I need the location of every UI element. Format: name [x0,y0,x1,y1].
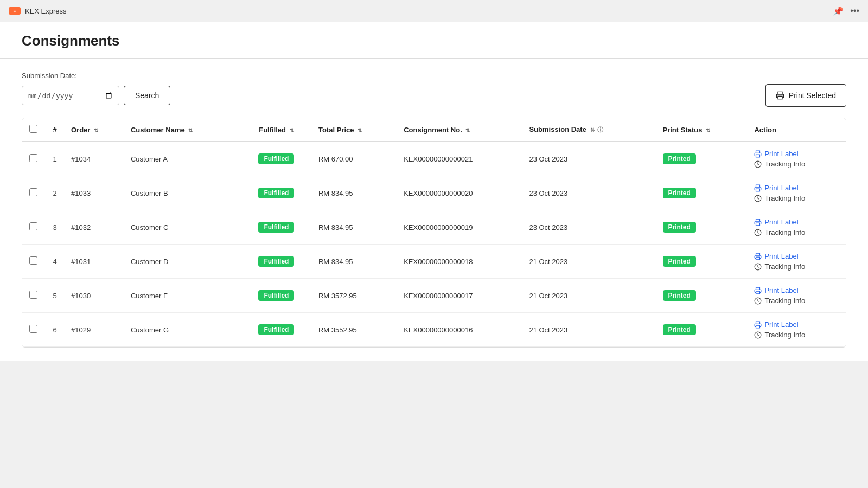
print-label-link[interactable]: Print Label [754,150,798,158]
submission-date-info-icon[interactable]: ⓘ [597,126,603,133]
consignment-sort-icon[interactable]: ⇅ [465,127,470,133]
date-input[interactable] [22,86,119,105]
row-checkbox-cell[interactable] [22,176,44,210]
printed-badge: Printed [663,222,696,233]
filter-left: Search [22,86,170,105]
row-order: #1029 [66,313,125,347]
print-label-link[interactable]: Print Label [754,252,798,260]
row-checkbox-1[interactable] [29,188,37,196]
tracking-info-link[interactable]: Tracking Info [754,331,805,339]
printer-link-icon [754,219,762,226]
row-submission-date: 21 Oct 2023 [524,279,657,313]
row-checkbox-3[interactable] [29,256,37,265]
row-checkbox-cell[interactable] [22,210,44,245]
submission-date-label: Submission Date: [22,72,846,80]
printed-badge: Printed [663,256,696,267]
row-action: Print Label Tracking Info [749,313,846,347]
printed-badge: Printed [663,324,696,335]
row-checkbox-0[interactable] [29,154,37,162]
table-header-row: # Order ⇅ Customer Name ⇅ Fulfilled ⇅ T [22,118,846,142]
row-customer: Customer F [125,279,240,313]
row-consignment-no: KEX00000000000017 [398,279,524,313]
header-customer-name: Customer Name ⇅ [125,118,240,142]
order-sort-icon[interactable]: ⇅ [94,127,98,133]
svg-rect-5 [756,223,760,226]
row-submission-date: 23 Oct 2023 [524,210,657,245]
row-checkbox-5[interactable] [29,325,37,333]
content-area: Submission Date: Search Print Selected [0,59,868,361]
fulfilled-sort-icon[interactable]: ⇅ [290,127,294,133]
row-checkbox-4[interactable] [29,291,37,299]
tracking-info-link[interactable]: Tracking Info [754,262,805,271]
print-label-text: Print Label [764,184,798,192]
more-icon[interactable]: ••• [850,6,859,16]
tracking-info-link[interactable]: Tracking Info [754,297,805,305]
row-order: #1033 [66,176,125,210]
tracking-info-link[interactable]: Tracking Info [754,194,805,202]
app-icon: ≡ [9,7,21,15]
header-consignment-no: Consignment No. ⇅ [398,118,524,142]
table-row: 2 #1033 Customer B Fulfilled RM 834.95 K… [22,176,846,210]
tracking-info-text: Tracking Info [764,262,805,271]
pin-icon[interactable]: 📌 [833,6,844,16]
table-container: # Order ⇅ Customer Name ⇅ Fulfilled ⇅ T [22,118,846,348]
tracking-info-text: Tracking Info [764,160,805,168]
printer-link-icon [754,253,762,260]
row-checkbox-2[interactable] [29,222,37,230]
filter-section: Submission Date: Search Print Selected [22,72,846,107]
clock-link-icon [754,297,762,305]
svg-rect-7 [756,257,760,260]
print-label-link[interactable]: Print Label [754,184,798,192]
consignments-table: # Order ⇅ Customer Name ⇅ Fulfilled ⇅ T [22,118,846,347]
print-label-link[interactable]: Print Label [754,320,798,329]
header-total-price: Total Price ⇅ [313,118,398,142]
print-label-link[interactable]: Print Label [754,218,798,226]
price-sort-icon[interactable]: ⇅ [358,127,362,133]
row-number: 3 [44,210,66,245]
header-checkbox-cell[interactable] [22,118,44,142]
row-number: 4 [44,245,66,279]
row-action: Print Label Tracking Info [749,176,846,210]
row-fulfilled: Fulfilled [240,279,313,313]
row-consignment-no: KEX00000000000019 [398,210,524,245]
fulfilled-badge: Fulfilled [258,222,294,233]
row-number: 5 [44,279,66,313]
header-order: Order ⇅ [66,118,125,142]
printer-link-icon [754,321,762,329]
row-print-status: Printed [658,245,749,279]
row-consignment-no: KEX00000000000016 [398,313,524,347]
row-total-price: RM 834.95 [313,210,398,245]
tracking-info-link[interactable]: Tracking Info [754,228,805,236]
row-checkbox-cell[interactable] [22,279,44,313]
row-total-price: RM 834.95 [313,176,398,210]
row-consignment-no: KEX00000000000020 [398,176,524,210]
row-fulfilled: Fulfilled [240,176,313,210]
tracking-info-text: Tracking Info [764,331,805,339]
print-label-link[interactable]: Print Label [754,286,798,294]
row-print-status: Printed [658,142,749,176]
row-fulfilled: Fulfilled [240,245,313,279]
row-checkbox-cell[interactable] [22,245,44,279]
printer-link-icon [754,150,762,158]
svg-rect-9 [756,291,760,294]
tracking-info-link[interactable]: Tracking Info [754,160,805,168]
select-all-checkbox[interactable] [29,125,37,133]
row-fulfilled: Fulfilled [240,142,313,176]
row-checkbox-cell[interactable] [22,313,44,347]
print-selected-button[interactable]: Print Selected [765,84,846,107]
row-checkbox-cell[interactable] [22,142,44,176]
search-button[interactable]: Search [124,86,170,105]
date-sort-icon[interactable]: ⇅ [590,127,595,133]
row-fulfilled: Fulfilled [240,313,313,347]
customer-sort-icon[interactable]: ⇅ [188,127,193,133]
row-consignment-no: KEX00000000000021 [398,142,524,176]
print-label-text: Print Label [764,252,798,260]
svg-rect-0 [778,96,782,99]
svg-rect-3 [756,189,760,191]
titlebar-right: 📌 ••• [833,6,859,16]
fulfilled-badge: Fulfilled [258,153,294,164]
row-action: Print Label Tracking Info [749,279,846,313]
print-status-sort-icon[interactable]: ⇅ [706,127,710,133]
print-label-text: Print Label [764,218,798,226]
row-customer: Customer A [125,142,240,176]
